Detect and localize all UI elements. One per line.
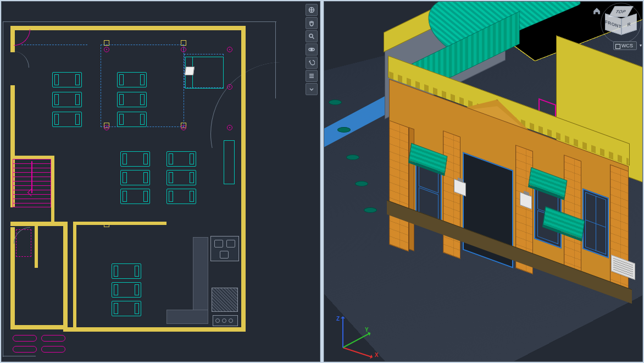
sofa [52,112,82,127]
cooktop [213,315,238,326]
axis-y [343,333,370,348]
nav-full-button[interactable] [306,4,318,16]
column [104,222,109,227]
axis-y-label: Y [365,327,369,333]
ceiling-line [21,45,87,45]
wcs-dropdown[interactable]: WCS [613,41,637,50]
nav-orbit-button[interactable] [306,43,318,56]
sofa [112,282,141,298]
sofa [120,170,150,185]
svg-point-3 [311,49,313,51]
planter [13,335,37,342]
light-node [104,47,109,52]
appliance [212,288,238,312]
sofa [112,263,141,279]
viewcube[interactable]: TOP FRONT R [604,6,638,40]
ucs-icon: X Y Z [343,299,392,348]
pilaster [389,120,409,251]
building-3d: 1982 .col3d{background-image:repeating-l… [357,18,643,304]
wall-int [73,222,76,327]
nav-zoom-button[interactable] [306,30,318,42]
light-node [104,125,109,130]
sofa [166,151,196,167]
viewport-3d-model[interactable]: 1982 .col3d{background-image:repeating-l… [324,1,643,362]
nav-more-button[interactable] [306,83,318,95]
wall-north [10,26,246,30]
wall [10,325,68,329]
wall [35,224,38,268]
sofa [117,72,147,87]
window-east-3 [241,172,246,211]
bollard [329,100,342,105]
door-arc [1,51,29,84]
planter [41,346,65,353]
light-node [227,47,232,52]
ext-line [3,356,36,356]
counter [166,310,208,324]
axis-x-label: X [375,352,379,358]
window-3d [582,188,609,258]
window-east-1 [241,51,246,90]
sofa [166,189,196,204]
nav-pan-button[interactable] [306,17,318,29]
light-node [181,125,186,130]
svg-point-1 [309,34,313,37]
window-east-2 [241,112,246,150]
door-panel [16,229,31,257]
wall [10,222,68,226]
ext-line [3,21,276,22]
sofa [120,189,150,204]
light-node [227,125,232,130]
bollard [337,127,351,133]
sofa [117,112,147,127]
wall-int [51,156,54,222]
sofa [166,170,196,185]
nav-rewind-button[interactable] [306,57,318,69]
planter [41,335,65,342]
stairs [13,159,51,207]
ext-line [3,21,3,357]
nav-toolbar [306,4,318,95]
sofa [112,301,141,316]
sink [210,236,239,261]
wall-int [73,222,166,225]
sofa [120,151,150,167]
counter-run [193,237,208,317]
viewport-2d-plan[interactable] [1,1,320,362]
wall-south [63,327,243,332]
light-node [227,84,232,90]
door-arc [14,29,30,46]
viewcube-home-button[interactable] [593,7,601,15]
wall [63,224,68,329]
sofa [117,92,147,107]
light-node [181,47,186,52]
planter [13,346,37,353]
counter [224,140,235,184]
nav-settings-button[interactable] [306,70,318,82]
sofa [52,72,82,87]
axis-z [342,317,343,348]
sofa [52,92,82,107]
marker-icon [185,67,195,75]
axis-z-label: Z [336,316,340,322]
floor-plan-drawing [2,2,320,361]
